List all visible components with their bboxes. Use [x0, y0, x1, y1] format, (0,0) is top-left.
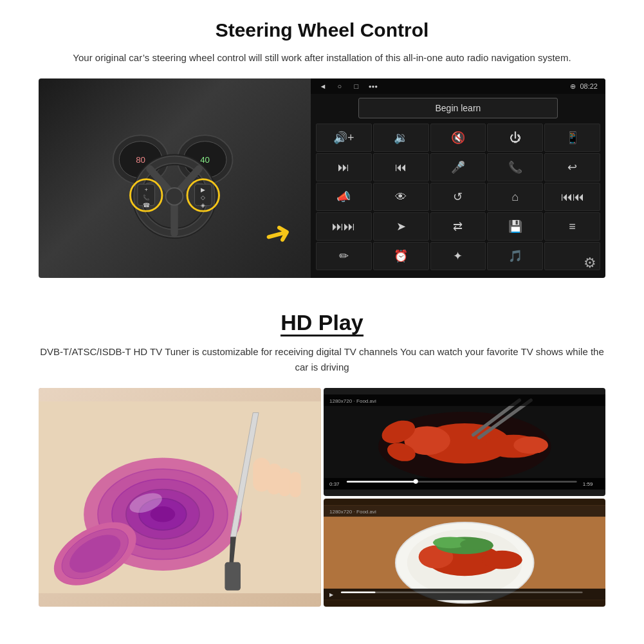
svg-text:80: 80 [136, 155, 146, 165]
icon-mic[interactable]: 🎤 [430, 153, 486, 181]
icon-skip-back[interactable]: ⏮⏮ [544, 183, 600, 211]
svg-point-69 [460, 538, 492, 550]
svg-text:◇: ◇ [201, 194, 206, 201]
icon-nav[interactable]: ➤ [373, 212, 429, 241]
hd-video-right-bottom: 1280x720 · Food.avi ▶ [324, 499, 606, 607]
hd-title: HD Play [39, 310, 605, 335]
icon-power[interactable]: ⏻ [487, 124, 543, 152]
svg-rect-34 [225, 562, 241, 591]
video-overlay-top [324, 388, 606, 496]
page-wrapper: Steering Wheel Control Your original car… [0, 0, 644, 620]
hd-video-right-top: 1280x720 · Food.avi 0:37 1:59 [324, 388, 606, 496]
svg-rect-74 [340, 591, 582, 593]
back-icon: ◄ [318, 82, 327, 91]
svg-text:◈: ◈ [201, 202, 206, 208]
svg-point-66 [482, 551, 522, 569]
android-nav-icons: ◄ ○ □ ●●● [318, 82, 378, 91]
icon-prev[interactable]: ⏮ [373, 153, 429, 181]
svg-text:📞: 📞 [143, 194, 150, 201]
icon-bluetooth[interactable]: ✦ [430, 242, 486, 270]
icon-back[interactable]: ↺ [430, 183, 486, 211]
hd-image-grid: 1280x720 · Food.avi 0:37 1:59 [39, 388, 605, 607]
android-status-bar: ◄ ○ □ ●●● ⊕ 08:22 [311, 78, 605, 94]
steering-image-row: 80 40 + [39, 78, 605, 278]
svg-point-30 [151, 506, 176, 522]
android-ui: ◄ ○ □ ●●● ⊕ 08:22 Begin learn 🔊 [311, 78, 605, 278]
icon-pen[interactable]: ✏ [316, 242, 372, 270]
recents-icon: □ [352, 82, 361, 91]
svg-text:+: + [145, 187, 148, 193]
icon-announce[interactable]: 📣 [316, 183, 372, 211]
icon-next[interactable]: ⏭ [316, 153, 372, 181]
begin-learn-button[interactable]: Begin learn [358, 98, 557, 118]
steering-wheel-svg: 80 40 + [104, 111, 245, 239]
icon-360[interactable]: 👁 [373, 183, 429, 211]
icon-phone-skip[interactable]: 📱 [544, 124, 600, 152]
svg-text:1280x720 · Food.avi: 1280x720 · Food.avi [329, 509, 376, 515]
svg-rect-72 [324, 589, 606, 600]
settings-gear-icon[interactable]: ⚙ [584, 255, 596, 271]
dots-icon: ●●● [369, 82, 378, 91]
svg-text:▶: ▶ [329, 592, 333, 598]
icon-vol-down[interactable]: 🔉 [373, 124, 429, 152]
icon-home[interactable]: ⌂ [487, 183, 543, 211]
icon-clock[interactable]: ⏰ [373, 242, 429, 270]
android-content: Begin learn 🔊+ 🔉 🔇 ⏻ 📱 ⏭ ⏮ 🎤 📞 ↩ [311, 94, 605, 278]
icon-music[interactable]: 🎵 [487, 242, 543, 270]
icon-eq[interactable]: ≡ [544, 212, 600, 241]
svg-rect-75 [340, 591, 375, 593]
icon-vol-up[interactable]: 🔊+ [316, 124, 372, 152]
svg-text:▶: ▶ [201, 187, 206, 193]
icon-hangup[interactable]: ↩ [544, 153, 600, 181]
lobster-bottom-svg: 1280x720 · Food.avi ▶ [324, 499, 606, 607]
yellow-arrow: ➜ [260, 212, 296, 255]
steering-wheel-container: 80 40 + [100, 111, 248, 246]
hd-subtitle: DVB-T/ATSC/ISDB-T HD TV Tuner is customi… [39, 344, 605, 375]
icon-swap[interactable]: ⇄ [430, 212, 486, 241]
onion-svg [39, 388, 321, 607]
hd-section: HD Play DVB-T/ATSC/ISDB-T HD TV Tuner is… [0, 291, 644, 620]
svg-text:40: 40 [201, 155, 210, 165]
steering-subtitle: Your original car’s steering wheel contr… [39, 50, 605, 66]
icon-mute[interactable]: 🔇 [430, 124, 486, 152]
svg-point-20 [166, 188, 183, 205]
icon-grid: 🔊+ 🔉 🔇 ⏻ 📱 ⏭ ⏮ 🎤 📞 ↩ 📣 👁 [316, 124, 600, 270]
svg-rect-40 [279, 468, 291, 496]
icon-eject[interactable]: 💾 [487, 212, 543, 241]
onion-visual [39, 388, 321, 607]
svg-text:☎: ☎ [143, 202, 150, 208]
steering-title: Steering Wheel Control [39, 19, 605, 41]
icon-forward[interactable]: ⏭⏭ [316, 212, 372, 241]
home-icon: ○ [335, 82, 344, 91]
status-time: 08:22 [580, 82, 598, 90]
hd-video-left [39, 388, 321, 607]
icon-call[interactable]: 📞 [487, 153, 543, 181]
steering-photo: 80 40 + [39, 78, 311, 278]
gps-icon: ⊕ [570, 82, 576, 91]
svg-rect-41 [290, 472, 301, 497]
status-right: ⊕ 08:22 [570, 82, 598, 91]
steering-section: Steering Wheel Control Your original car… [0, 0, 644, 291]
